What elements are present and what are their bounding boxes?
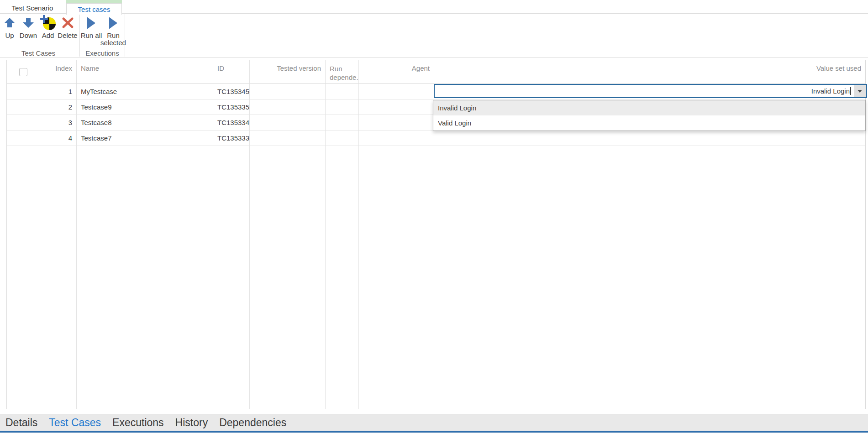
- cell-run-dependency[interactable]: [326, 84, 359, 99]
- cell-index[interactable]: 3: [40, 115, 77, 130]
- chevron-down-icon: [857, 90, 862, 93]
- combobox-dropdown-button[interactable]: [854, 85, 866, 97]
- cell-id[interactable]: TC135345: [213, 84, 250, 99]
- column-header-index[interactable]: Index: [40, 60, 77, 84]
- cell-agent[interactable]: [359, 84, 434, 99]
- bottom-tab-details[interactable]: Details: [5, 417, 37, 429]
- cell-index[interactable]: 2: [40, 99, 77, 115]
- cell-tested-version[interactable]: [250, 115, 326, 130]
- arrow-up-icon: [4, 15, 16, 31]
- add-button-label: Add: [42, 32, 54, 39]
- add-button[interactable]: Add: [38, 15, 58, 39]
- grid-filler-cell: [326, 146, 359, 409]
- column-header-run-dependency[interactable]: Run depende...: [326, 60, 359, 84]
- cell-index[interactable]: 1: [40, 84, 77, 99]
- value-set-combobox[interactable]: Invalid Login: [434, 84, 867, 98]
- bottom-tab-dependencies[interactable]: Dependencies: [219, 417, 286, 429]
- dropdown-option-invalid-login[interactable]: Invalid Login: [433, 100, 865, 115]
- active-tab-highlight: [66, 0, 122, 3]
- cell-tested-version[interactable]: [250, 84, 326, 99]
- delete-button[interactable]: Delete: [58, 15, 78, 39]
- grid-filler-cell: [7, 146, 40, 409]
- delete-button-label: Delete: [58, 32, 77, 39]
- group-label-test-cases: Test Cases: [6, 49, 70, 57]
- run-selected-button-label: Run selected: [100, 32, 126, 47]
- cell-index[interactable]: 4: [40, 130, 77, 146]
- cell-name[interactable]: Testcase9: [77, 99, 213, 115]
- play-icon: [109, 15, 118, 31]
- up-button-label: Up: [5, 32, 14, 39]
- column-header-value-set-used[interactable]: Value set used: [434, 60, 865, 84]
- ribbon-tab-test-cases-label: Test cases: [66, 3, 122, 15]
- run-selected-button[interactable]: Run selected: [100, 15, 126, 47]
- cell-id[interactable]: TC135333: [213, 130, 250, 146]
- bottom-accent-line: [0, 431, 868, 433]
- column-header-tested-version[interactable]: Tested version: [250, 60, 326, 84]
- cell-name[interactable]: Testcase8: [77, 115, 213, 130]
- ribbon-top-divider: [0, 13, 868, 14]
- column-header-id[interactable]: ID: [213, 60, 250, 84]
- delete-x-icon: [62, 15, 74, 31]
- down-button-label: Down: [20, 32, 37, 39]
- cell-agent[interactable]: [359, 99, 434, 115]
- row-indicator-cell[interactable]: [7, 84, 40, 99]
- add-testcase-icon: [40, 15, 56, 31]
- grid-filler-cell: [213, 146, 250, 409]
- cell-agent[interactable]: [359, 130, 434, 146]
- run-all-button[interactable]: Run all: [81, 15, 102, 39]
- up-button[interactable]: Up: [1, 15, 18, 39]
- text-caret: [850, 87, 851, 95]
- select-all-checkbox[interactable]: [19, 68, 27, 76]
- select-all-header-cell[interactable]: [7, 60, 40, 84]
- row-indicator-cell[interactable]: [7, 115, 40, 130]
- cell-value-set-used[interactable]: [434, 130, 865, 146]
- column-header-name[interactable]: Name: [77, 60, 213, 84]
- dropdown-option-valid-login[interactable]: Valid Login: [433, 115, 865, 130]
- cell-tested-version[interactable]: [250, 130, 326, 146]
- row-indicator-cell[interactable]: [7, 99, 40, 115]
- ribbon-tab-test-cases[interactable]: Test cases: [66, 0, 122, 15]
- arrow-down-icon: [22, 15, 34, 31]
- ribbon-bottom-divider: [0, 57, 868, 57]
- cell-agent[interactable]: [359, 115, 434, 130]
- row-indicator-cell[interactable]: [7, 130, 40, 146]
- grid-filler-cell: [77, 146, 213, 409]
- cell-id[interactable]: TC135334: [213, 115, 250, 130]
- group-label-executions: Executions: [80, 49, 124, 57]
- run-all-button-label: Run all: [81, 32, 102, 39]
- bottom-tab-test-cases[interactable]: Test Cases: [49, 417, 101, 429]
- value-set-combobox-value[interactable]: Invalid Login: [435, 87, 850, 95]
- bottom-tab-history[interactable]: History: [175, 417, 208, 429]
- cell-id[interactable]: TC135335: [213, 99, 250, 115]
- cell-name[interactable]: MyTestcase: [77, 84, 213, 99]
- ribbon-tab-test-scenario[interactable]: Test Scenario: [9, 4, 56, 12]
- grid-filler-cell: [359, 146, 434, 409]
- grid-filler-cell: [40, 146, 77, 409]
- bottom-tab-executions[interactable]: Executions: [112, 417, 164, 429]
- play-icon: [87, 15, 96, 31]
- ribbon: Test Scenario Test cases Up Down: [0, 0, 868, 57]
- cell-run-dependency[interactable]: [326, 99, 359, 115]
- column-header-agent[interactable]: Agent: [359, 60, 434, 84]
- cell-tested-version[interactable]: [250, 99, 326, 115]
- cell-run-dependency[interactable]: [326, 115, 359, 130]
- ribbon-group-divider: [79, 14, 80, 57]
- cell-run-dependency[interactable]: [326, 130, 359, 146]
- cell-name[interactable]: Testcase7: [77, 130, 213, 146]
- down-button[interactable]: Down: [19, 15, 38, 39]
- value-set-dropdown: Invalid Login Valid Login: [433, 100, 866, 131]
- grid-filler-cell: [250, 146, 326, 409]
- bottom-tab-bar: Details Test Cases Executions History De…: [0, 414, 868, 433]
- ribbon-group-divider: [125, 14, 125, 57]
- grid-filler-cell: [434, 146, 865, 409]
